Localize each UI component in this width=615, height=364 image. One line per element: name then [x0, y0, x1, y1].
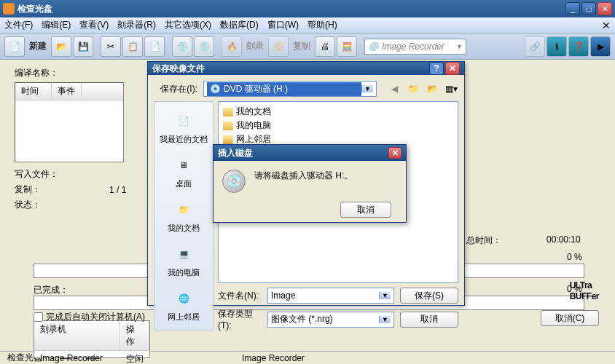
paste-button[interactable]: 📄	[144, 36, 165, 57]
toolbar: 📄 新建 📂 💾 ✂ 📋 📄 💿 💿 🔥 刻录 📀 复制 🖨 🧮 💿 Image…	[0, 33, 615, 60]
arrow-icon[interactable]: ▶	[590, 36, 611, 57]
view-menu-icon[interactable]: ▦▾	[444, 82, 458, 96]
chevron-down-icon: ▼	[456, 43, 463, 50]
menu-view[interactable]: 查看(V)	[79, 19, 109, 31]
completed-label: 已完成：	[34, 284, 85, 296]
place-network[interactable]: 🌐网上邻居	[165, 284, 203, 325]
total-time-value: 00:00:10	[547, 234, 581, 245]
calc-button[interactable]: 🧮	[337, 36, 357, 57]
filetype-combo[interactable]: 图像文件 (*.nrg)▼	[267, 312, 394, 328]
save-button[interactable]: 保存(S)	[400, 288, 458, 304]
save-button[interactable]: 💾	[73, 36, 93, 57]
maximize-button[interactable]: □	[581, 2, 596, 15]
alert-close-button[interactable]: ✕	[388, 147, 401, 159]
menubar: 文件(F) 编辑(E) 查看(V) 刻录器(R) 其它选项(X) 数据库(D) …	[0, 17, 615, 33]
disc-icon: 💿	[210, 84, 221, 94]
recorder-grid[interactable]: 刻录机 操作 Image Recorder 空闲	[34, 320, 150, 358]
event-list[interactable]: 时间 事件	[15, 82, 124, 162]
titlebar[interactable]: 检查光盘 _ □ ✕	[0, 0, 615, 17]
filetype-label: 保存类型(T):	[218, 308, 262, 331]
recorder-combo-text: Image Recorder	[382, 41, 444, 52]
folder-icon	[223, 122, 233, 130]
menu-recorder[interactable]: 刻录器(R)	[117, 19, 156, 31]
alert-title: 插入磁盘	[218, 147, 253, 159]
menu-database[interactable]: 数据库(D)	[220, 19, 259, 31]
menu-file[interactable]: 文件(F)	[4, 19, 33, 31]
total-time-label: 总时间：	[466, 234, 501, 247]
place-recent[interactable]: 📄我最近的文档	[157, 106, 211, 148]
status-label: 状态：	[15, 199, 66, 211]
copy-label: 复制	[290, 40, 313, 52]
print-button[interactable]: 🖨	[315, 36, 335, 57]
insert-disc-alert: 插入磁盘 ✕ 💿 请将磁盘插入驱动器 H:。 取消	[213, 144, 407, 223]
copies-label: 复制：	[15, 183, 66, 196]
info-icon[interactable]: ℹ	[547, 36, 567, 57]
place-desktop[interactable]: 🖥桌面	[169, 151, 198, 192]
filename-label: 文件名(N):	[218, 290, 262, 302]
ultrabuffer-logo: ULTra BUFFer	[570, 280, 599, 302]
col-time[interactable]: 时间	[15, 83, 52, 100]
col-recorder[interactable]: 刻录机	[34, 321, 120, 350]
dialog-cancel-button[interactable]: 取消	[400, 312, 458, 328]
file-item[interactable]: 我的文档	[222, 105, 455, 119]
event-list-header: 时间 事件	[15, 83, 123, 100]
open-button[interactable]: 📂	[51, 36, 71, 57]
cancel-c-button[interactable]: 取消(C)	[541, 310, 599, 326]
copies-value: 1 / 1	[109, 185, 126, 195]
menu-help[interactable]: 帮助(H)	[308, 19, 337, 31]
alert-cancel-button[interactable]: 取消	[340, 202, 391, 218]
new-label: 新建	[26, 40, 50, 52]
help-button[interactable]: ?	[429, 62, 444, 75]
help-icon[interactable]: ❓	[568, 36, 589, 57]
shutdown-checkbox-row: 完成后自动关闭计算机(A)	[34, 311, 145, 323]
col-event[interactable]: 事件	[52, 83, 82, 100]
back-icon[interactable]: ◀	[387, 82, 401, 96]
burn-button[interactable]: 🔥	[222, 36, 242, 57]
chevron-down-icon[interactable]: ▼	[379, 292, 391, 299]
save-dialog-titlebar[interactable]: 保存映像文件 ? ✕	[148, 62, 464, 75]
up-icon[interactable]: 📁	[406, 82, 420, 96]
row-recorder: Image Recorder	[34, 351, 120, 364]
minimize-button[interactable]: _	[565, 2, 580, 15]
folder-icon	[223, 135, 233, 144]
save-dialog-title: 保存映像文件	[152, 63, 205, 75]
write-file-label: 写入文件：	[15, 168, 66, 181]
mdi-close-icon[interactable]: ✕	[602, 20, 611, 31]
info-disc-button[interactable]: 💿	[194, 36, 214, 57]
shutdown-checkbox[interactable]	[34, 312, 43, 322]
pct-1: 0 %	[567, 252, 582, 262]
col-action[interactable]: 操作	[120, 321, 149, 350]
folder-icon	[223, 108, 233, 116]
new-button[interactable]: 📄	[4, 36, 25, 57]
window-title: 检查光盘	[17, 3, 565, 15]
chevron-down-icon[interactable]: ▼	[361, 85, 373, 92]
recorder-combo[interactable]: 💿 Image Recorder ▼	[364, 39, 466, 55]
close-button[interactable]: ✕	[598, 2, 612, 15]
save-in-value: DVD 驱动器 (H:)	[224, 83, 288, 95]
shutdown-label: 完成后自动关闭计算机(A)	[46, 311, 145, 323]
copy-disc-button[interactable]: 📀	[268, 36, 289, 57]
cut-button[interactable]: ✂	[101, 36, 121, 57]
place-mydocs[interactable]: 📁我的文档	[165, 195, 203, 237]
file-item[interactable]: 我的电脑	[222, 119, 455, 132]
filename-input[interactable]: Image▼	[267, 288, 394, 304]
menu-extras[interactable]: 其它选项(X)	[165, 19, 211, 31]
new-folder-icon[interactable]: 📂	[425, 82, 439, 96]
menu-window[interactable]: 窗口(W)	[267, 19, 299, 31]
copy-button[interactable]: 📋	[122, 36, 143, 57]
burn-label: 刻录	[243, 40, 267, 52]
save-in-label: 保存在(I):	[154, 83, 197, 95]
save-in-combo[interactable]: 💿DVD 驱动器 (H:) ▼	[203, 81, 377, 97]
places-bar: 📄我最近的文档 🖥桌面 📁我的文档 💻我的电脑 🌐网上邻居	[154, 101, 214, 331]
menu-edit[interactable]: 编辑(E)	[42, 19, 71, 31]
disc-button[interactable]: 💿	[172, 36, 192, 57]
dialog-close-button[interactable]: ✕	[445, 62, 460, 75]
place-mycomputer[interactable]: 💻我的电脑	[165, 240, 203, 281]
status-recorder: Image Recorder	[242, 353, 305, 363]
alert-message: 请将磁盘插入驱动器 H:。	[254, 170, 353, 182]
chevron-down-icon[interactable]: ▼	[379, 316, 391, 323]
disc-alert-icon: 💿	[222, 170, 246, 193]
row-action: 空闲	[120, 351, 149, 364]
connect-button[interactable]: 🔗	[525, 36, 545, 57]
alert-titlebar[interactable]: 插入磁盘 ✕	[214, 145, 406, 161]
